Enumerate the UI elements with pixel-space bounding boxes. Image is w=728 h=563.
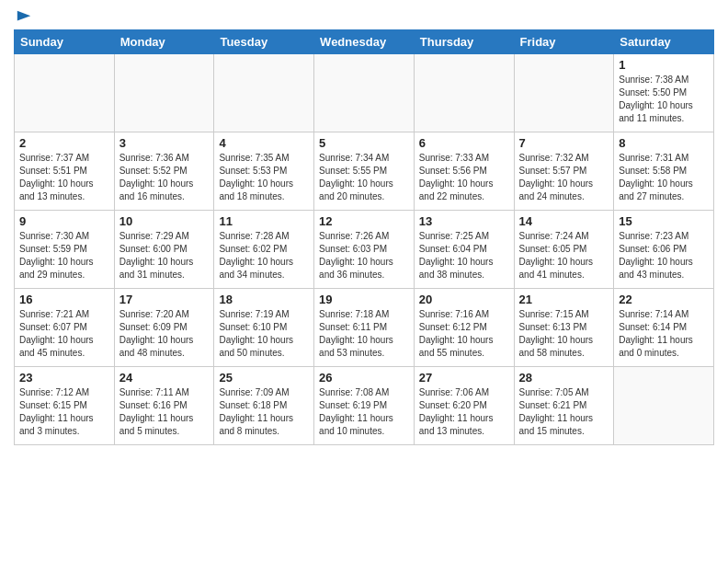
calendar-day-cell: 28Sunrise: 7:05 AMSunset: 6:21 PMDayligh… — [514, 367, 614, 445]
day-info: Sunrise: 7:06 AMSunset: 6:20 PMDaylight:… — [419, 386, 509, 438]
calendar-week-row: 1Sunrise: 7:38 AMSunset: 5:50 PMDaylight… — [15, 54, 714, 132]
calendar-day-cell: 16Sunrise: 7:21 AMSunset: 6:07 PMDayligh… — [15, 289, 115, 367]
weekday-header-thursday: Thursday — [414, 30, 514, 54]
day-number: 15 — [619, 214, 709, 228]
page: SundayMondayTuesdayWednesdayThursdayFrid… — [0, 0, 728, 459]
calendar-day-cell: 4Sunrise: 7:35 AMSunset: 5:53 PMDaylight… — [214, 132, 314, 211]
calendar-day-cell — [15, 54, 115, 132]
day-number: 20 — [419, 293, 509, 306]
day-info: Sunrise: 7:08 AMSunset: 6:19 PMDaylight:… — [319, 386, 409, 438]
calendar-day-cell: 17Sunrise: 7:20 AMSunset: 6:09 PMDayligh… — [114, 289, 214, 367]
calendar-day-cell: 25Sunrise: 7:09 AMSunset: 6:18 PMDayligh… — [214, 367, 314, 445]
day-info: Sunrise: 7:38 AMSunset: 5:50 PMDaylight:… — [619, 74, 709, 125]
weekday-header-tuesday: Tuesday — [214, 30, 314, 54]
logo — [14, 9, 32, 22]
day-number: 17 — [119, 293, 210, 306]
day-info: Sunrise: 7:20 AMSunset: 6:09 PMDaylight:… — [119, 308, 210, 360]
calendar-day-cell — [314, 54, 415, 132]
calendar-day-cell: 20Sunrise: 7:16 AMSunset: 6:12 PMDayligh… — [414, 289, 514, 367]
day-number: 22 — [619, 293, 709, 306]
calendar-week-row: 16Sunrise: 7:21 AMSunset: 6:07 PMDayligh… — [15, 289, 714, 367]
calendar-day-cell: 27Sunrise: 7:06 AMSunset: 6:20 PMDayligh… — [414, 367, 514, 445]
day-info: Sunrise: 7:11 AMSunset: 6:16 PMDaylight:… — [119, 386, 210, 438]
day-info: Sunrise: 7:14 AMSunset: 6:14 PMDaylight:… — [619, 308, 709, 360]
day-number: 3 — [119, 136, 210, 150]
calendar-day-cell: 13Sunrise: 7:25 AMSunset: 6:04 PMDayligh… — [414, 211, 514, 289]
calendar-day-cell: 23Sunrise: 7:12 AMSunset: 6:15 PMDayligh… — [15, 367, 115, 445]
calendar-day-cell: 24Sunrise: 7:11 AMSunset: 6:16 PMDayligh… — [114, 367, 214, 445]
day-number: 21 — [519, 293, 609, 306]
header — [14, 9, 714, 22]
day-number: 6 — [419, 136, 509, 150]
day-info: Sunrise: 7:33 AMSunset: 5:56 PMDaylight:… — [419, 152, 509, 203]
calendar-day-cell: 5Sunrise: 7:34 AMSunset: 5:55 PMDaylight… — [314, 132, 415, 211]
day-info: Sunrise: 7:25 AMSunset: 6:04 PMDaylight:… — [419, 230, 509, 282]
calendar-table: SundayMondayTuesdayWednesdayThursdayFrid… — [14, 29, 714, 445]
day-number: 7 — [519, 136, 609, 150]
day-number: 4 — [219, 136, 309, 150]
day-info: Sunrise: 7:36 AMSunset: 5:52 PMDaylight:… — [119, 152, 210, 203]
calendar-day-cell — [114, 54, 214, 132]
day-number: 25 — [219, 371, 309, 385]
day-info: Sunrise: 7:19 AMSunset: 6:10 PMDaylight:… — [219, 308, 309, 360]
day-info: Sunrise: 7:35 AMSunset: 5:53 PMDaylight:… — [219, 152, 309, 203]
day-number: 2 — [19, 136, 109, 150]
calendar-header-row: SundayMondayTuesdayWednesdayThursdayFrid… — [15, 30, 714, 54]
calendar-day-cell: 21Sunrise: 7:15 AMSunset: 6:13 PMDayligh… — [514, 289, 614, 367]
logo-flag-icon — [16, 9, 32, 26]
calendar-day-cell: 19Sunrise: 7:18 AMSunset: 6:11 PMDayligh… — [314, 289, 415, 367]
calendar-day-cell: 7Sunrise: 7:32 AMSunset: 5:57 PMDaylight… — [514, 132, 614, 211]
day-info: Sunrise: 7:16 AMSunset: 6:12 PMDaylight:… — [419, 308, 509, 360]
day-number: 11 — [219, 214, 309, 228]
day-info: Sunrise: 7:28 AMSunset: 6:02 PMDaylight:… — [219, 230, 309, 282]
calendar-day-cell: 12Sunrise: 7:26 AMSunset: 6:03 PMDayligh… — [314, 211, 415, 289]
calendar-day-cell: 22Sunrise: 7:14 AMSunset: 6:14 PMDayligh… — [614, 289, 714, 367]
day-info: Sunrise: 7:18 AMSunset: 6:11 PMDaylight:… — [319, 308, 409, 360]
day-number: 12 — [319, 214, 409, 228]
calendar-week-row: 2Sunrise: 7:37 AMSunset: 5:51 PMDaylight… — [15, 132, 714, 211]
calendar-week-row: 9Sunrise: 7:30 AMSunset: 5:59 PMDaylight… — [15, 211, 714, 289]
weekday-header-saturday: Saturday — [614, 30, 714, 54]
day-number: 19 — [319, 293, 409, 306]
day-info: Sunrise: 7:24 AMSunset: 6:05 PMDaylight:… — [519, 230, 609, 282]
calendar-week-row: 23Sunrise: 7:12 AMSunset: 6:15 PMDayligh… — [15, 367, 714, 445]
day-info: Sunrise: 7:23 AMSunset: 6:06 PMDaylight:… — [619, 230, 709, 282]
weekday-header-monday: Monday — [114, 30, 214, 54]
weekday-header-wednesday: Wednesday — [314, 30, 415, 54]
day-info: Sunrise: 7:37 AMSunset: 5:51 PMDaylight:… — [19, 152, 109, 203]
day-number: 9 — [19, 214, 109, 228]
day-info: Sunrise: 7:32 AMSunset: 5:57 PMDaylight:… — [519, 152, 609, 203]
day-number: 14 — [519, 214, 609, 228]
calendar-day-cell: 18Sunrise: 7:19 AMSunset: 6:10 PMDayligh… — [214, 289, 314, 367]
day-number: 28 — [519, 371, 609, 385]
day-info: Sunrise: 7:30 AMSunset: 5:59 PMDaylight:… — [19, 230, 109, 282]
calendar-day-cell — [214, 54, 314, 132]
calendar-day-cell: 15Sunrise: 7:23 AMSunset: 6:06 PMDayligh… — [614, 211, 714, 289]
weekday-header-friday: Friday — [514, 30, 614, 54]
day-info: Sunrise: 7:29 AMSunset: 6:00 PMDaylight:… — [119, 230, 210, 282]
day-info: Sunrise: 7:26 AMSunset: 6:03 PMDaylight:… — [319, 230, 409, 282]
day-number: 27 — [419, 371, 509, 385]
day-number: 24 — [119, 371, 210, 385]
calendar-day-cell: 6Sunrise: 7:33 AMSunset: 5:56 PMDaylight… — [414, 132, 514, 211]
day-number: 16 — [19, 293, 109, 306]
calendar-day-cell: 9Sunrise: 7:30 AMSunset: 5:59 PMDaylight… — [15, 211, 115, 289]
calendar-day-cell: 14Sunrise: 7:24 AMSunset: 6:05 PMDayligh… — [514, 211, 614, 289]
day-number: 26 — [319, 371, 409, 385]
day-number: 13 — [419, 214, 509, 228]
calendar-day-cell — [414, 54, 514, 132]
weekday-header-sunday: Sunday — [15, 30, 115, 54]
day-info: Sunrise: 7:34 AMSunset: 5:55 PMDaylight:… — [319, 152, 409, 203]
calendar-day-cell: 3Sunrise: 7:36 AMSunset: 5:52 PMDaylight… — [114, 132, 214, 211]
day-info: Sunrise: 7:09 AMSunset: 6:18 PMDaylight:… — [219, 386, 309, 438]
calendar-day-cell: 2Sunrise: 7:37 AMSunset: 5:51 PMDaylight… — [15, 132, 115, 211]
calendar-day-cell: 10Sunrise: 7:29 AMSunset: 6:00 PMDayligh… — [114, 211, 214, 289]
day-number: 23 — [19, 371, 109, 385]
calendar-day-cell — [614, 367, 714, 445]
day-number: 1 — [619, 58, 709, 72]
svg-marker-0 — [17, 11, 30, 21]
day-number: 5 — [319, 136, 409, 150]
calendar-day-cell: 8Sunrise: 7:31 AMSunset: 5:58 PMDaylight… — [614, 132, 714, 211]
day-number: 10 — [119, 214, 210, 228]
day-info: Sunrise: 7:05 AMSunset: 6:21 PMDaylight:… — [519, 386, 609, 438]
